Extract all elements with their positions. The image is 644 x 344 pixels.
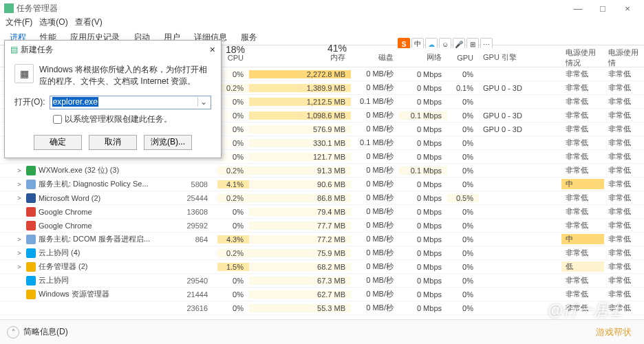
ok-button[interactable]: 确定 (34, 135, 82, 150)
table-row[interactable]: > 任务管理器 (2) 1.5% 68.2 MB 0 MB/秒 0 Mbps 0… (0, 260, 644, 274)
minimize-button[interactable]: — (566, 3, 590, 14)
col-gpu[interactable]: GPU (457, 54, 473, 62)
table-row[interactable]: Google Chrome 13608 0% 79.4 MB 0 MB/秒 0 … (0, 205, 644, 219)
power-cell: 非常低 (561, 289, 604, 299)
gpu-cell: 0% (447, 111, 479, 120)
process-icon (26, 166, 36, 175)
process-pid: 29540 (186, 277, 212, 285)
expand-icon[interactable]: > (15, 250, 23, 257)
process-name: 服务主机: DCOM 服务器进程启... (39, 234, 193, 244)
gpu-cell: 0% (447, 235, 479, 244)
mem-cell: 576.9 MB (249, 125, 351, 133)
disk-cell: 0 MB/秒 (351, 151, 399, 162)
menu-file[interactable]: 文件(F) (6, 17, 32, 30)
power-cell: 低 (561, 261, 604, 272)
expand-icon[interactable]: > (15, 195, 23, 202)
close-button[interactable]: × (615, 3, 640, 14)
admin-checkbox[interactable] (53, 115, 62, 124)
expand-icon[interactable]: > (15, 264, 23, 270)
open-combobox[interactable]: explorer.exe ⌄ (50, 96, 211, 109)
col-mem[interactable]: 内存 (330, 53, 345, 61)
tab-services[interactable]: 服务 (237, 30, 261, 45)
cpu-cell: 0% (217, 208, 249, 216)
dialog-close-button[interactable]: × (210, 44, 215, 55)
disk-cell: 0.1 MB/秒 (351, 138, 399, 148)
table-row[interactable]: > Microsoft Word (2) 25444 0.2% 86.8 MB … (0, 191, 644, 205)
net-cell: 0 Mbps (399, 139, 447, 147)
disk-cell: 0 MB/秒 (351, 275, 399, 286)
disk-cell: 0 MB/秒 (351, 248, 399, 258)
process-icon (26, 193, 36, 203)
process-pid: 13608 (186, 208, 212, 216)
corner-text: 游戏帮状 (596, 326, 632, 338)
power-trend-cell: 非常低 (604, 275, 644, 286)
table-row[interactable]: > 云上协同 (4) 0.2% 75.9 MB 0 MB/秒 0 Mbps 0%… (0, 246, 644, 260)
net-cell: 0 Mbps (399, 263, 447, 271)
power-trend-cell: 非常低 (604, 234, 644, 244)
zhihu-watermark: 知乎 (502, 302, 527, 316)
menu-view[interactable]: 查看(V) (75, 17, 103, 30)
net-cell: 0 Mbps (399, 208, 447, 216)
table-row[interactable]: > 服务主机: Diagnostic Policy Se... 5808 4.1… (0, 178, 644, 191)
table-row[interactable]: 云上协同 29540 0% 67.3 MB 0 MB/秒 0 Mbps 0% 非… (0, 274, 644, 288)
power-cell: 非常低 (561, 83, 604, 93)
col-power[interactable]: 电源使用情况 (566, 48, 596, 67)
disk-cell: 0.1 MB/秒 (351, 96, 399, 107)
power-trend-cell: 非常低 (604, 151, 644, 162)
process-pid: 5808 (191, 180, 212, 189)
mem-pct: 41% (328, 43, 347, 54)
power-cell: 非常低 (561, 151, 604, 162)
process-icon (26, 207, 36, 217)
cpu-cell: 0% (217, 153, 249, 161)
cpu-cell: 4.1% (217, 180, 249, 189)
table-row[interactable]: Google Chrome 29592 0% 77.7 MB 0 MB/秒 0 … (0, 219, 644, 233)
table-row[interactable]: > 服务主机: DCOM 服务器进程启... 864 4.3% 77.2 MB … (0, 233, 644, 246)
disk-cell: 0 MB/秒 (351, 179, 399, 189)
col-gpu-engine[interactable]: GPU 引擎 (483, 53, 517, 61)
table-row[interactable]: > WXWork.exe (32 位) (3) 0.2% 91.3 MB 0 M… (0, 164, 644, 178)
cancel-button[interactable]: 取消 (89, 135, 137, 150)
cpu-cell: 0.2% (217, 194, 249, 202)
mem-cell: 55.3 MB (249, 304, 351, 312)
new-task-dialog: ▤ 新建任务 × ▦ Windows 将根据你所键入的名称，为你打开相应的程序、… (4, 40, 222, 158)
power-trend-cell: 非常低 (604, 193, 644, 203)
mem-cell: 77.7 MB (249, 222, 351, 230)
col-disk[interactable]: 磁盘 (378, 53, 394, 61)
mem-cell: 68.2 MB (249, 263, 351, 271)
chevron-down-icon[interactable]: ⌄ (197, 97, 208, 107)
mem-cell: 1,212.5 MB (249, 98, 351, 106)
mem-cell: 2,272.8 MB (249, 70, 351, 78)
expand-icon[interactable]: > (15, 236, 23, 243)
net-cell: 0 Mbps (399, 125, 447, 133)
power-cell: 非常低 (561, 275, 604, 286)
gpu-cell: 0% (447, 290, 479, 299)
cpu-cell: 0% (217, 111, 249, 120)
net-cell: 0.1 Mbps (399, 111, 447, 120)
disk-cell: 0 MB/秒 (351, 110, 399, 120)
mem-cell: 75.9 MB (249, 249, 351, 257)
menu-options[interactable]: 选项(O) (39, 17, 67, 30)
net-cell: 0 Mbps (399, 84, 447, 92)
expand-icon[interactable]: > (15, 181, 23, 188)
expand-icon[interactable]: > (15, 167, 23, 174)
col-power-trend[interactable]: 电源使用情 (608, 48, 638, 67)
net-cell: 0 Mbps (399, 277, 447, 285)
process-icon (26, 303, 36, 313)
process-icon (26, 235, 36, 244)
gpu-cell: 0% (447, 70, 479, 78)
cpu-cell: 0% (217, 125, 249, 133)
process-icon (26, 262, 36, 272)
gpu-engine-cell: GPU 0 - 3D (479, 125, 561, 133)
disk-cell: 0 MB/秒 (351, 289, 399, 299)
disk-cell: 0 MB/秒 (351, 220, 399, 230)
disk-cell: 0 MB/秒 (351, 83, 399, 93)
power-trend-cell: 非常低 (604, 96, 644, 107)
maximize-button[interactable]: □ (590, 3, 615, 14)
col-net[interactable]: 网络 (427, 53, 442, 61)
browse-button[interactable]: 浏览(B)... (144, 135, 192, 150)
power-cell: 非常低 (561, 248, 604, 258)
fewer-details-label[interactable]: 简略信息(D) (23, 326, 68, 338)
table-row[interactable]: Windows 资源管理器 21444 0% 62.7 MB 0 MB/秒 0 … (0, 288, 644, 301)
process-name: WXWork.exe (32 位) (3) (39, 165, 205, 175)
fewer-details-icon[interactable]: ˄ (7, 326, 19, 338)
